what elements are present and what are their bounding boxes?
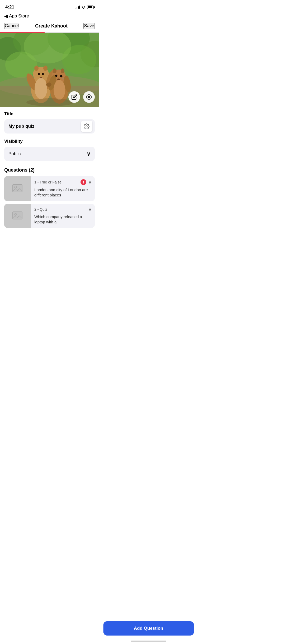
svg-point-19	[35, 78, 47, 99]
question-type: 1 - True or False	[34, 180, 62, 184]
question-header: 2 - Quiz ∨	[34, 207, 92, 212]
signal-icon	[76, 6, 80, 9]
question-text: London and city of London are different …	[34, 187, 92, 198]
content-area: Title Visibility Public ∨ Questions (2)	[0, 107, 99, 252]
nav-bar: Cancel Create Kahoot Save	[0, 22, 99, 29]
question-content: 2 - Quiz ∨ Which company released a lapt…	[31, 204, 95, 228]
back-label: App Store	[9, 13, 29, 19]
chevron-icon: ∨	[88, 180, 92, 185]
status-icons	[76, 6, 94, 9]
svg-point-33	[54, 80, 65, 100]
title-label: Title	[4, 111, 95, 117]
question-content: 1 - True or False ! ∨ London and city of…	[31, 176, 95, 201]
visibility-label: Visibility	[4, 139, 95, 144]
remove-image-button[interactable]	[83, 91, 95, 103]
question-thumbnail	[4, 204, 31, 228]
svg-point-12	[34, 66, 39, 71]
visibility-value: Public	[8, 151, 21, 157]
edit-image-button[interactable]	[68, 91, 80, 103]
question-meta: ∨	[88, 207, 92, 212]
questions-list: 1 - True or False ! ∨ London and city of…	[4, 176, 95, 228]
chevron-icon: ∨	[88, 207, 92, 212]
title-field-row	[4, 119, 95, 134]
questions-section-label: Questions (2)	[4, 167, 95, 173]
back-nav[interactable]: ◀ App Store	[0, 12, 99, 22]
svg-point-38	[86, 126, 87, 127]
cancel-button[interactable]: Cancel	[4, 23, 19, 29]
question-type: 2 - Quiz	[34, 207, 47, 211]
status-bar: 4:21	[0, 0, 99, 12]
title-input[interactable]	[8, 120, 79, 133]
back-arrow-icon: ◀	[4, 13, 8, 19]
visibility-select[interactable]: Public ∨	[4, 147, 95, 161]
wifi-icon	[81, 6, 86, 9]
question-text: Which company released a laptop with a	[34, 214, 92, 225]
svg-point-34	[26, 98, 74, 106]
svg-point-32	[46, 82, 51, 87]
warning-badge: !	[81, 179, 86, 185]
question-thumbnail	[4, 176, 31, 201]
settings-button[interactable]	[81, 121, 92, 132]
svg-point-13	[43, 66, 48, 71]
save-button[interactable]: Save	[83, 23, 95, 29]
status-time: 4:21	[5, 4, 14, 10]
page-title: Create Kahoot	[35, 23, 68, 29]
question-item[interactable]: 2 - Quiz ∨ Which company released a lapt…	[4, 204, 95, 228]
chevron-down-icon: ∨	[87, 151, 91, 157]
question-meta: ! ∨	[81, 179, 92, 185]
battery-icon	[87, 6, 94, 9]
image-actions	[68, 91, 95, 103]
svg-point-15	[42, 73, 44, 75]
cover-image	[0, 33, 99, 107]
svg-point-22	[53, 68, 56, 73]
question-item[interactable]: 1 - True or False ! ∨ London and city of…	[4, 176, 95, 201]
svg-point-14	[38, 73, 40, 75]
svg-point-23	[61, 68, 64, 73]
question-header: 1 - True or False ! ∨	[34, 179, 92, 185]
svg-point-25	[60, 75, 63, 77]
